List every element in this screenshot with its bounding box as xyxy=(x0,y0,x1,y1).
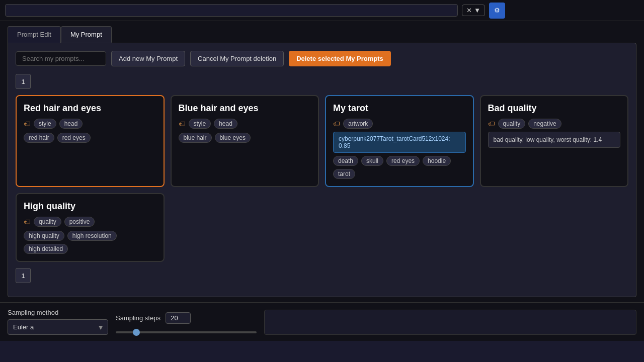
top-bar-clear-button[interactable]: ✕ ▼ xyxy=(462,5,485,16)
tag-quality[interactable]: quality xyxy=(498,119,526,129)
sampling-steps-slider[interactable] xyxy=(116,331,257,333)
tag-high-quality[interactable]: high quality xyxy=(24,231,64,241)
card-title: Bad quality xyxy=(488,103,621,114)
card-bad-quality[interactable]: Bad quality 🏷 quality negative bad quali… xyxy=(480,95,629,187)
tag-death[interactable]: death xyxy=(333,156,358,166)
search-input[interactable] xyxy=(16,51,106,66)
page-1-button[interactable]: 1 xyxy=(16,74,31,89)
toolbar: Add new My Prompt Cancel My Prompt delet… xyxy=(16,51,628,66)
dropdown-icon: ▼ xyxy=(474,7,480,14)
card-title: Blue hair and eyes xyxy=(179,103,311,114)
tag-icon: 🏷 xyxy=(24,218,31,226)
bad-quality-box: bad quality, low quality, worst quality:… xyxy=(488,132,621,148)
delete-selected-button[interactable]: Delete selected My Prompts xyxy=(289,51,391,66)
top-bar: ✕ ▼ ⚙ xyxy=(0,0,644,21)
slider-container xyxy=(116,327,257,335)
right-panel xyxy=(264,310,636,335)
tag-style[interactable]: style xyxy=(189,119,211,129)
card-extra-tags: blue hair blue eyes xyxy=(179,133,311,143)
sampling-steps-label: Sampling steps xyxy=(116,314,160,322)
sampling-method-label: Sampling method xyxy=(8,309,108,316)
cancel-deletion-button[interactable]: Cancel My Prompt deletion xyxy=(190,51,284,66)
tag-negative[interactable]: negative xyxy=(528,119,561,129)
card-tags: 🏷 style head xyxy=(179,119,311,129)
pagination-top: 1 xyxy=(16,74,628,89)
tag-head[interactable]: head xyxy=(59,119,83,129)
tag-icon: 🏷 xyxy=(488,120,495,128)
card-my-tarot[interactable]: My tarot 🏷 artwork cyberpunk2077Tarot_ta… xyxy=(325,95,474,187)
tabs: Prompt Edit My Prompt xyxy=(8,26,636,43)
tag-tarot[interactable]: tarot xyxy=(333,169,355,179)
pagination-bottom: 1 xyxy=(16,268,628,283)
card-title: Red hair and eyes xyxy=(24,103,156,114)
card-high-quality[interactable]: High quality 🏷 quality positive high qua… xyxy=(16,193,165,262)
cards-grid: Red hair and eyes 🏷 style head red hair … xyxy=(16,95,628,187)
tag-head[interactable]: head xyxy=(214,119,237,129)
card-red-hair[interactable]: Red hair and eyes 🏷 style head red hair … xyxy=(16,95,165,187)
tag-skull[interactable]: skull xyxy=(361,156,383,166)
card-extra-tags: high quality high resolution xyxy=(24,231,156,241)
tag-style[interactable]: style xyxy=(34,119,56,129)
card-extra-tags: death skull red eyes hoodie xyxy=(333,156,466,166)
close-icon: ✕ xyxy=(466,7,472,14)
card-blue-hair[interactable]: Blue hair and eyes 🏷 style head blue hai… xyxy=(171,95,319,187)
sampling-steps-group: Sampling steps xyxy=(116,312,257,335)
tag-red-eyes[interactable]: red eyes xyxy=(386,156,420,166)
tab-prompt-edit[interactable]: Prompt Edit xyxy=(8,26,61,43)
top-bar-settings-button[interactable]: ⚙ xyxy=(489,3,505,19)
lora-box: cyberpunk2077Tarot_tarotCard512x1024: 0.… xyxy=(333,132,466,153)
card-tags: 🏷 artwork xyxy=(333,119,466,129)
tag-icon: 🏷 xyxy=(24,120,31,128)
card-extra-tags-2: tarot xyxy=(333,169,466,179)
tag-artwork[interactable]: artwork xyxy=(343,119,373,129)
cards-grid-row2: High quality 🏷 quality positive high qua… xyxy=(16,193,628,262)
tag-high-resolution[interactable]: high resolution xyxy=(67,231,117,241)
tab-my-prompt[interactable]: My Prompt xyxy=(61,26,112,43)
card-tags: 🏷 style head xyxy=(24,119,156,129)
select-wrapper: Euler a ▼ xyxy=(8,319,108,335)
main-container: Prompt Edit My Prompt Add new My Prompt … xyxy=(0,21,644,302)
add-new-prompt-button[interactable]: Add new My Prompt xyxy=(111,51,185,66)
card-title: High quality xyxy=(24,201,156,212)
card-extra-tags: red hair red eyes xyxy=(24,133,156,143)
my-prompt-panel: Add new My Prompt Cancel My Prompt delet… xyxy=(8,43,636,297)
tag-high-detailed[interactable]: high detailed xyxy=(24,244,68,254)
card-extra-tags-2: high detailed xyxy=(24,244,156,254)
card-title: My tarot xyxy=(333,103,466,114)
tag-red-eyes[interactable]: red eyes xyxy=(57,133,91,143)
tag-red-hair[interactable]: red hair xyxy=(24,133,54,143)
tag-icon: 🏷 xyxy=(179,120,186,128)
tag-icon: 🏷 xyxy=(333,120,340,128)
tag-blue-eyes[interactable]: blue eyes xyxy=(215,133,251,143)
steps-header: Sampling steps xyxy=(116,312,257,324)
tag-hoodie[interactable]: hoodie xyxy=(423,156,451,166)
page-1-bottom-button[interactable]: 1 xyxy=(16,268,31,283)
sampling-steps-input[interactable] xyxy=(166,312,191,324)
gear-icon: ⚙ xyxy=(494,7,500,14)
tag-blue-hair[interactable]: blue hair xyxy=(179,133,212,143)
tag-positive[interactable]: positive xyxy=(64,217,95,227)
top-bar-input[interactable] xyxy=(5,4,458,17)
card-tags: 🏷 quality positive xyxy=(24,217,156,227)
sampling-method-group: Sampling method Euler a ▼ xyxy=(8,309,108,335)
card-tags: 🏷 quality negative xyxy=(488,119,621,129)
tag-quality[interactable]: quality xyxy=(34,217,61,227)
bottom-row: Sampling method Euler a ▼ Sampling steps xyxy=(0,302,644,341)
sampling-method-select[interactable]: Euler a xyxy=(8,319,108,335)
